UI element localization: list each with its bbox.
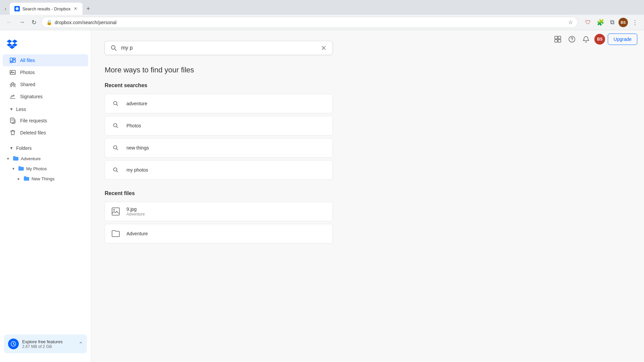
more-nav: File requests Deleted files [0, 115, 91, 139]
tab-title: Search results - Dropbox [22, 6, 71, 11]
all-files-icon [9, 57, 16, 64]
grid-view-button[interactable] [552, 34, 564, 45]
profile-extensions-button[interactable]: 🧩 [595, 17, 606, 27]
file-adventure-name: Adventure [126, 231, 148, 236]
svg-point-19 [572, 41, 572, 41]
my-photos-folder-icon [18, 166, 24, 172]
suggestion-adventure[interactable]: adventure [105, 94, 333, 113]
main-heading: More ways to find your files [105, 66, 631, 74]
my-photos-folder-label: My Photos [26, 166, 47, 171]
app: All files Photos Shared Signatures [0, 30, 644, 362]
new-tab-button[interactable]: + [84, 4, 93, 14]
nav-shared[interactable]: Shared [3, 78, 88, 90]
browser-user-avatar[interactable]: BS [619, 18, 628, 27]
svg-rect-0 [10, 58, 12, 61]
deleted-files-icon [9, 129, 16, 136]
tab-nav-prev[interactable]: ‹ [3, 5, 8, 13]
browser-menu-button[interactable]: ⋮ [630, 17, 640, 27]
nav-file-requests[interactable]: File requests [3, 115, 88, 127]
back-button[interactable]: ← [4, 17, 14, 27]
svg-rect-16 [555, 40, 557, 42]
active-tab[interactable]: Search results - Dropbox × [10, 3, 83, 15]
folder-my-photos[interactable]: ▼ My Photos [3, 164, 88, 174]
svg-rect-1 [13, 58, 15, 59]
new-things-folder-icon [23, 176, 30, 182]
top-toolbar: BS Upgrade [545, 30, 644, 49]
browser-chrome: ‹ Search results - Dropbox × + ← → ↻ 🔒 d… [0, 0, 644, 30]
suggestion-new-things-text: new things [126, 145, 149, 150]
shared-icon [9, 81, 16, 88]
file-requests-icon [9, 117, 16, 124]
search-bar [105, 41, 333, 55]
new-things-expand-icon: ► [16, 176, 21, 181]
svg-point-6 [12, 82, 14, 84]
nav-signatures-label: Signatures [20, 94, 43, 99]
sidebar-footer: Explore free features 2.67 MB of 2 GB ⌃ [0, 330, 91, 357]
file-folder-icon [110, 228, 122, 240]
upgrade-button[interactable]: Upgrade [608, 34, 637, 45]
svg-point-26 [113, 209, 115, 210]
suggestion-my-photos[interactable]: my photos [105, 160, 333, 180]
svg-point-8 [14, 84, 15, 85]
suggestion-search-icon-4 [110, 164, 122, 176]
suggestion-photos-text: Photos [126, 123, 141, 128]
browser-actions: 🛡 🧩 ⧉ BS ⋮ [583, 17, 640, 27]
file-9jpg[interactable]: 9.jpg Adventure [105, 202, 333, 221]
notifications-button[interactable] [580, 34, 592, 45]
search-clear-button[interactable] [320, 45, 327, 51]
extensions-button[interactable]: 🛡 [583, 18, 593, 27]
suggestion-adventure-text: adventure [126, 101, 147, 106]
user-avatar[interactable]: BS [594, 34, 605, 45]
suggestion-search-icon-3 [110, 142, 122, 154]
nav-photos[interactable]: Photos [3, 66, 88, 78]
folders-chevron-icon: ▼ [9, 146, 13, 150]
suggestion-my-photos-text: my photos [126, 167, 148, 173]
svg-point-23 [114, 146, 117, 149]
adventure-folder-label: Adventure [21, 156, 41, 161]
help-button[interactable] [566, 34, 578, 45]
explore-chevron-icon[interactable]: ⌃ [78, 341, 83, 347]
file-image-icon [110, 205, 122, 218]
svg-rect-17 [558, 40, 561, 42]
file-9jpg-info: 9.jpg Adventure [126, 206, 145, 217]
recent-files-title: Recent files [105, 190, 631, 196]
file-adventure[interactable]: Adventure [105, 224, 333, 243]
nav-signatures[interactable]: Signatures [3, 90, 88, 103]
explore-card[interactable]: Explore free features 2.67 MB of 2 GB ⌃ [4, 335, 87, 353]
forward-button[interactable]: → [17, 17, 27, 27]
adventure-folder-icon [13, 156, 19, 162]
suggestion-search-icon-2 [110, 120, 122, 132]
sidebar: All files Photos Shared Signatures [0, 30, 91, 362]
adventure-expand-icon: ▼ [5, 156, 11, 161]
collapse-label: Less [16, 107, 26, 112]
nav-deleted-files[interactable]: Deleted files [3, 127, 88, 139]
suggestion-photos[interactable]: Photos [105, 116, 333, 135]
suggestion-search-icon-1 [110, 98, 122, 110]
address-bar-row: ← → ↻ 🔒 dropbox.com/search/personal ☆ 🛡 … [0, 15, 644, 30]
signatures-icon [9, 93, 16, 100]
collapse-less[interactable]: ▼ Less [3, 104, 88, 115]
tab-close-button[interactable]: × [73, 5, 77, 12]
folders-header[interactable]: ▼ Folders [5, 143, 86, 154]
nav-deleted-files-label: Deleted files [20, 130, 46, 135]
suggestion-new-things[interactable]: new things [105, 138, 333, 158]
svg-rect-2 [13, 60, 15, 62]
new-things-folder-label: New Things [32, 176, 54, 181]
reload-button[interactable]: ↻ [30, 17, 39, 27]
recent-searches-section: Recent searches adventure Photos new thi… [105, 82, 631, 180]
folder-new-things[interactable]: ► New Things [3, 174, 88, 184]
sidebar-toggle-button[interactable]: ⧉ [608, 17, 616, 27]
nav-photos-label: Photos [20, 70, 35, 75]
recent-searches-title: Recent searches [105, 82, 631, 88]
folders-section: ▼ Folders ▼ Adventure ▼ My Photos [0, 143, 91, 184]
file-adventure-info: Adventure [126, 231, 148, 236]
svg-point-21 [114, 102, 117, 105]
nav-all-files[interactable]: All files [3, 54, 88, 66]
svg-point-24 [114, 168, 117, 171]
nav-file-requests-label: File requests [20, 118, 47, 123]
explore-text: Explore free features 2.67 MB of 2 GB [22, 339, 75, 349]
tab-favicon [14, 6, 20, 11]
search-input[interactable] [121, 45, 316, 51]
folder-adventure[interactable]: ▼ Adventure [3, 154, 88, 164]
address-bar[interactable]: 🔒 dropbox.com/search/personal ☆ [41, 17, 578, 28]
